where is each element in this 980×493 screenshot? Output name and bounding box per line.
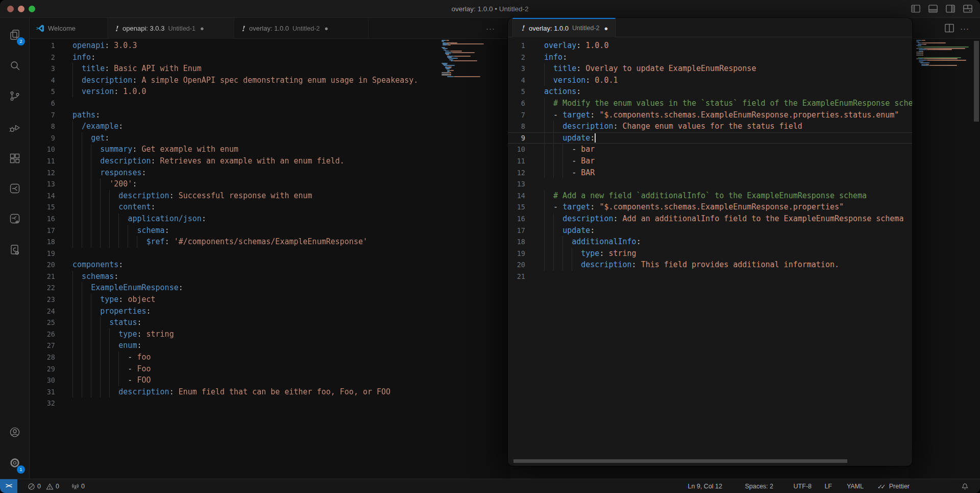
code-line: 10 - bar — [508, 144, 912, 155]
code-line: 28 - foo — [30, 351, 510, 363]
toggle-primary-sidebar-icon[interactable] — [911, 4, 921, 14]
code-line: 8 description: Change enum values for th… — [508, 121, 912, 132]
code-line: 14 # Add a new field `additionalInfo` to… — [508, 190, 912, 202]
line-number: 12 — [30, 167, 55, 179]
code-line: 9 get: — [30, 132, 510, 144]
line-number: 9 — [508, 132, 525, 144]
line-number: 21 — [30, 271, 55, 283]
activity-item-search[interactable] — [0, 53, 30, 78]
toggle-panel-icon[interactable] — [928, 4, 938, 14]
minimap-line — [916, 40, 921, 41]
minimap-line — [919, 60, 926, 61]
line-number: 13 — [508, 178, 525, 190]
ports-status[interactable]: 0 — [71, 479, 85, 493]
activity-item-terraform[interactable] — [0, 176, 30, 201]
line-number: 17 — [30, 225, 55, 237]
line-number: 11 — [30, 155, 55, 167]
encoding-status[interactable]: UTF-8 — [794, 479, 812, 493]
yaml-file-icon: ! — [240, 25, 246, 33]
horizontal-scrollbar[interactable] — [513, 459, 847, 463]
line-number: 29 — [30, 363, 55, 375]
background-minimap[interactable] — [916, 40, 971, 76]
floating-editor-window: ! overlay: 1.0.0 Untitled-2 ● 1overlay: … — [508, 18, 912, 466]
activity-item-source-control[interactable] — [0, 83, 30, 109]
more-actions-icon[interactable]: ··· — [960, 18, 969, 39]
code-line: 15 content: — [30, 201, 510, 213]
window-title: overlay: 1.0.0 • Untitled-2 — [0, 0, 980, 18]
customize-layout-icon[interactable] — [963, 4, 973, 14]
title-bar: overlay: 1.0.0 • Untitled-2 — [0, 0, 980, 18]
toggle-secondary-sidebar-icon[interactable] — [945, 4, 955, 14]
minimap-line — [921, 55, 923, 56]
activity-item-run-and-debug[interactable] — [0, 115, 30, 140]
split-editor-icon[interactable] — [944, 23, 954, 33]
code-line: 1overlay: 1.0.0 — [508, 40, 912, 52]
line-number: 15 — [508, 201, 525, 213]
minimap-line — [916, 55, 921, 56]
tab-overlay-1-0-0[interactable]: !overlay: 1.0.0Untitled-2● — [234, 18, 369, 39]
line-number: 8 — [30, 121, 55, 132]
code-line: 25 status: — [30, 317, 510, 328]
activity-item-code-config[interactable] — [0, 237, 30, 263]
minimap-line — [918, 42, 921, 43]
more-actions-icon[interactable]: ··· — [486, 18, 495, 39]
line-number: 28 — [30, 351, 55, 363]
modified-dot-icon[interactable]: ● — [604, 25, 608, 32]
cursor-position-status[interactable]: Ln 9, Col 12 — [688, 479, 722, 493]
minimap-line — [919, 49, 926, 50]
language-mode-status[interactable]: YAML — [847, 479, 864, 493]
line-number: 4 — [508, 75, 525, 86]
line-number: 21 — [508, 271, 525, 283]
warning-count: 0 — [56, 483, 59, 490]
radio-tower-icon — [71, 483, 79, 490]
code-line: 27 enum: — [30, 340, 510, 351]
badge: 1 — [17, 465, 25, 474]
vscode-logo-icon — [36, 24, 44, 33]
line-number: 16 — [30, 213, 55, 225]
line-number: 1 — [30, 40, 55, 52]
eol-status[interactable]: LF — [824, 479, 832, 493]
remote-indicator[interactable]: >< — [0, 479, 17, 493]
code-line: 21 schemas: — [30, 271, 510, 283]
formatter-status[interactable]: ✓✓ Prettier — [877, 479, 910, 493]
notifications-bell[interactable] — [961, 479, 969, 493]
line-number: 2 — [30, 52, 55, 63]
tab-welcome[interactable]: Welcome — [30, 18, 108, 39]
activity-item-settings[interactable]: 1 — [0, 450, 30, 476]
vscode-window: overlay: 1.0.0 • Untitled-2 21 Welcome!o… — [0, 0, 980, 493]
yaml-file-icon: ! — [114, 25, 119, 33]
openapi-editor-surface[interactable]: 1openapi: 3.0.32info:3 title: Basic API … — [30, 39, 510, 479]
line-number: 3 — [30, 63, 55, 75]
code-line: 17 update: — [508, 225, 912, 237]
tab-overlay-untitled-2[interactable]: ! overlay: 1.0.0 Untitled-2 ● — [512, 18, 616, 37]
indentation-status[interactable]: Spaces: 2 — [745, 479, 773, 493]
line-number: 13 — [30, 178, 55, 190]
activity-item-accounts[interactable] — [0, 419, 30, 445]
modified-dot-icon[interactable]: ● — [325, 25, 329, 32]
activity-item-terraform-cloud[interactable] — [0, 206, 30, 231]
code-line: 12 - BAR — [508, 167, 912, 179]
activity-item-explorer[interactable]: 2 — [0, 22, 30, 48]
modified-dot-icon[interactable]: ● — [200, 25, 204, 32]
tab-title: overlay: 1.0.0 — [249, 25, 289, 32]
code-line: 18 additionalInfo: — [508, 236, 912, 248]
line-number: 5 — [30, 86, 55, 98]
problems-status[interactable]: 0 0 — [28, 479, 59, 493]
overlay-editor-surface[interactable]: 1overlay: 1.0.02info:3 title: Overlay to… — [508, 37, 912, 466]
code-line: 32 — [30, 397, 510, 409]
line-number: 18 — [30, 236, 55, 248]
tab-openapi-3-0-3[interactable]: !openapi: 3.0.3Untitled-1● — [108, 18, 234, 39]
code-line: 7paths: — [30, 109, 510, 121]
vertical-scrollbar[interactable] — [974, 41, 979, 122]
tab-description: Untitled-2 — [572, 25, 600, 32]
code-line: 4 description: A simple OpenAPI spec dem… — [30, 75, 510, 86]
error-count: 0 — [37, 483, 41, 490]
code-line: 19 type: string — [508, 248, 912, 260]
line-number: 20 — [30, 259, 55, 271]
code-line: 5actions: — [508, 86, 912, 98]
left-tab-bar: Welcome!openapi: 3.0.3Untitled-1●!overla… — [30, 18, 510, 39]
double-check-icon: ✓✓ — [877, 483, 884, 490]
line-number: 22 — [30, 282, 55, 294]
activity-item-extensions[interactable] — [0, 146, 30, 171]
activity-bar: 21 — [0, 18, 30, 479]
